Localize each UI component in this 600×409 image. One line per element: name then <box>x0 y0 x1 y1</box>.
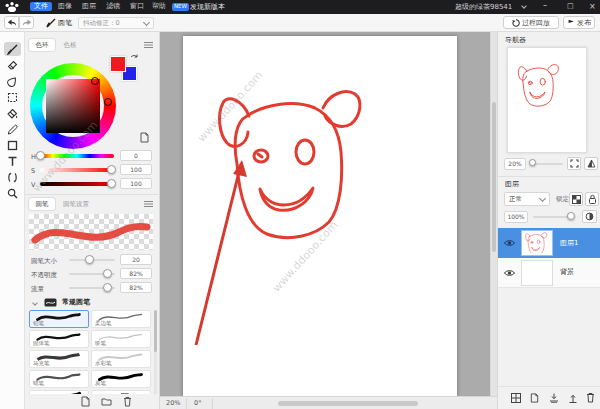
brush-item-softedge[interactable]: 柔边笔 <box>91 310 151 328</box>
color-panel-menu-icon[interactable] <box>144 41 153 49</box>
sv-marker[interactable] <box>91 77 99 85</box>
export-layer-icon[interactable] <box>568 393 578 403</box>
tool-eraser-icon[interactable] <box>7 60 18 71</box>
tab-brush-settings[interactable]: 圆笔设置 <box>57 198 95 210</box>
close-button[interactable]: × <box>589 2 596 11</box>
copy-color-icon[interactable] <box>140 132 149 143</box>
maximize-button[interactable]: □ <box>567 2 574 10</box>
opacity-knob[interactable] <box>103 269 112 278</box>
tool-transform-icon[interactable] <box>7 172 18 183</box>
tab-color-wheel[interactable]: 色环 <box>29 39 55 51</box>
zoom-level-indicator[interactable]: 20% <box>166 400 180 407</box>
saturation-slider[interactable] <box>40 168 114 172</box>
group-collapse-chevron-icon[interactable] <box>32 300 38 306</box>
tool-marquee-icon[interactable] <box>7 92 18 103</box>
new-version-link[interactable]: 发现新版本 <box>190 4 225 11</box>
brush-size-value[interactable]: 20 <box>120 254 152 265</box>
brush-group-label[interactable]: 常规圆笔 <box>62 299 90 306</box>
hue-slider[interactable] <box>40 154 114 158</box>
canvas-area[interactable]: 20% 0° <box>160 32 497 409</box>
jitter-correction-dropdown[interactable]: 抖动修正：0 <box>78 17 154 29</box>
menu-file[interactable]: 文件 <box>30 2 52 11</box>
layer-grid-icon[interactable] <box>511 393 521 403</box>
swap-colors-icon[interactable] <box>130 54 139 63</box>
navigator-thumbnail[interactable] <box>507 47 587 153</box>
tool-eyedropper-icon[interactable] <box>7 124 18 135</box>
tool-smudge-icon[interactable] <box>7 76 18 87</box>
brush-folder-icon[interactable] <box>101 397 112 406</box>
canvas-page[interactable] <box>183 36 457 396</box>
tool-fill-bucket-icon[interactable] <box>7 108 18 119</box>
background-thumbnail[interactable] <box>521 260 553 286</box>
layer-opacity-value[interactable]: 100% <box>504 211 528 223</box>
layer1-visibility-eye-icon[interactable] <box>504 239 515 247</box>
value-value[interactable]: 100 <box>120 178 152 189</box>
fit-screen-button[interactable] <box>567 157 581 170</box>
layer1-thumbnail[interactable] <box>521 230 553 256</box>
undo-icon <box>7 18 17 27</box>
horizontal-scrollbar[interactable] <box>278 401 418 406</box>
hue-marker[interactable] <box>104 98 112 106</box>
flip-canvas-button[interactable] <box>584 157 598 170</box>
tab-color-swatches[interactable]: 色板 <box>57 39 83 51</box>
new-layer-icon[interactable] <box>530 393 539 403</box>
account-chevron-down-icon[interactable] <box>521 3 527 9</box>
annotation-arrow <box>183 36 457 396</box>
layer-opacity-knob[interactable] <box>567 212 575 220</box>
navigator-zoom-knob[interactable] <box>529 159 536 166</box>
opacity-value[interactable]: 82% <box>120 268 152 279</box>
background-name[interactable]: 背景 <box>560 269 574 276</box>
brush-size-knob[interactable] <box>85 255 94 264</box>
account-name[interactable]: 超级的绿茶98541 <box>455 4 512 11</box>
menu-layer[interactable]: 图层 <box>78 2 100 11</box>
process-replay-button[interactable]: 过程回放 <box>503 16 559 29</box>
delete-layer-icon[interactable] <box>586 392 595 403</box>
tool-text-icon[interactable] <box>7 156 18 167</box>
undo-button[interactable] <box>4 16 19 29</box>
brush-panel-menu-icon[interactable] <box>144 200 153 208</box>
saturation-value[interactable]: 100 <box>120 164 152 175</box>
menu-filter[interactable]: 滤镜 <box>102 2 124 11</box>
brush-item-charcoal[interactable]: 炭笔 <box>91 370 151 388</box>
tool-zoom-icon[interactable] <box>7 188 18 199</box>
hue-value[interactable]: 0 <box>120 150 152 161</box>
foreground-color-chip[interactable] <box>110 56 126 72</box>
layer-row-layer1[interactable]: 图层1 <box>498 228 600 258</box>
layer-row-background[interactable]: 背景 <box>498 258 600 288</box>
publish-button[interactable]: 发布 <box>563 16 595 29</box>
value-slider-knob[interactable] <box>107 179 116 188</box>
brush-item-marker[interactable]: 马克笔 <box>29 350 89 368</box>
sv-square[interactable] <box>46 79 100 133</box>
delete-brush-icon[interactable] <box>123 396 132 407</box>
hue-slider-knob[interactable] <box>36 151 45 160</box>
brush-item-solid[interactable]: 固体笔 <box>29 330 89 348</box>
alpha-lock-button[interactable] <box>569 192 583 206</box>
redo-button[interactable] <box>19 16 34 29</box>
new-brush-icon[interactable] <box>81 396 90 407</box>
merge-down-icon[interactable] <box>549 393 559 403</box>
value-slider[interactable] <box>40 182 114 186</box>
flow-knob[interactable] <box>103 283 112 292</box>
brush-item-airbrush[interactable]: 喷笔 <box>91 330 151 348</box>
minimize-button[interactable]: – <box>543 1 547 10</box>
brush-item-watercolor[interactable]: 水彩笔 <box>91 350 151 368</box>
flow-value[interactable]: 82% <box>120 282 152 293</box>
menu-image[interactable]: 图像 <box>54 2 76 11</box>
lock-layer-button[interactable] <box>585 192 599 206</box>
navigator-zoom-value[interactable]: 20% <box>504 158 526 170</box>
saturation-slider-knob[interactable] <box>107 165 116 174</box>
blend-mode-dropdown[interactable]: 正常 <box>504 192 550 206</box>
clipping-mask-button[interactable] <box>582 210 597 223</box>
tool-brush-icon[interactable] <box>7 44 18 55</box>
tab-brush[interactable]: 圆笔 <box>29 198 55 210</box>
publish-flag-icon <box>567 19 575 27</box>
tool-shape-icon[interactable] <box>7 140 18 151</box>
menu-window[interactable]: 窗口 <box>126 2 148 11</box>
layer1-name[interactable]: 图层1 <box>560 240 578 247</box>
menu-help[interactable]: 帮助 <box>148 2 170 11</box>
vertical-scrollbar[interactable] <box>490 32 497 396</box>
brush-item-pencil[interactable]: 铅笔 <box>29 310 89 328</box>
background-visibility-eye-icon[interactable] <box>504 269 515 277</box>
brush-item-crayon[interactable]: 蜡笔 <box>29 370 89 388</box>
rotation-indicator[interactable]: 0° <box>194 400 201 407</box>
